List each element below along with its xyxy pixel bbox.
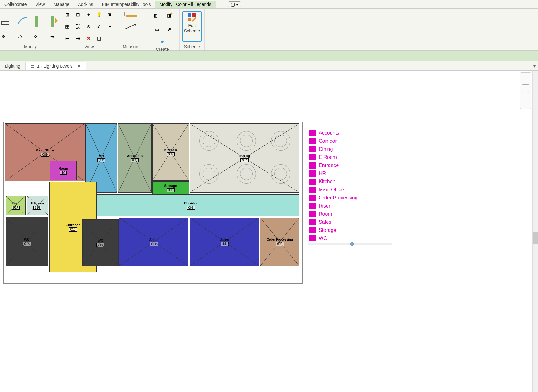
legend-item[interactable]: Accounts <box>308 129 392 137</box>
room-label: Room <box>58 166 68 170</box>
dining-table-icon <box>271 164 290 184</box>
room-dining[interactable]: Dining 007 <box>190 123 299 193</box>
tab-addins[interactable]: Add-Ins <box>74 1 97 8</box>
rotate-icon[interactable]: ⟳ <box>31 32 41 41</box>
move-icon[interactable]: ✥ <box>0 32 8 41</box>
dining-table-icon <box>237 131 256 151</box>
copy-icon[interactable]: ⿴ <box>73 22 83 31</box>
room-wc2[interactable]: WC 012 <box>82 219 119 266</box>
legend-item[interactable]: Entrance <box>308 161 392 170</box>
room-kitchen[interactable]: Kitchen 005 <box>152 123 189 181</box>
legend-item[interactable]: Sales <box>308 218 392 226</box>
scrollbar-thumb[interactable] <box>533 232 538 244</box>
legend-label: Entrance <box>319 163 339 168</box>
svg-rect-12 <box>188 18 191 21</box>
room-riser[interactable]: Riser 017 <box>6 196 26 215</box>
room-accounts[interactable]: Accounts 003 <box>118 123 152 193</box>
context-chip[interactable]: ▢ ▾ <box>228 1 241 7</box>
legend-item[interactable]: WC <box>308 234 392 242</box>
legend-item[interactable]: Dining <box>308 145 392 153</box>
box-icon[interactable]: ▣ <box>105 10 114 19</box>
legend-item[interactable]: Room <box>308 210 392 218</box>
room-eroom[interactable]: E Room 016 <box>27 196 48 215</box>
tab-view[interactable]: View <box>31 1 49 8</box>
room-label: Order Processing <box>267 238 293 241</box>
legend-item[interactable]: Storage <box>308 226 392 234</box>
offset-icon[interactable]: ⊟ <box>73 10 83 19</box>
panel-scheme: Edit Scheme Scheme <box>180 9 205 50</box>
legend-item[interactable]: Kitchen <box>308 178 392 186</box>
paint-icon[interactable]: 🖌 <box>95 22 104 31</box>
legend-scroll-thumb[interactable] <box>350 242 354 246</box>
tab-bim[interactable]: BIM Interoperability Tools <box>98 1 155 8</box>
tab-modify-colorfill[interactable]: Modify | Color Fill Legends <box>155 1 215 8</box>
view-tabs-overflow-icon[interactable]: ▾ <box>533 64 538 69</box>
room-label: Entrance <box>65 223 80 227</box>
close-icon[interactable]: ✕ <box>77 64 81 69</box>
ribbon-tabs: Collaborate View Manage Add-Ins BIM Inte… <box>0 0 538 9</box>
measure-icon[interactable] <box>122 22 141 31</box>
align-left-icon[interactable]: ⇤ <box>63 34 72 43</box>
view-tab-lighting[interactable]: Lighting <box>0 62 26 70</box>
view-tab-lighting-levels[interactable]: ▤ 1 - Lighting Levels ✕ <box>26 62 86 70</box>
legend-label: Dining <box>319 146 333 152</box>
pin-icon[interactable]: ✦ <box>84 10 93 19</box>
legend-item[interactable]: Order Processing <box>308 194 392 202</box>
split-icon[interactable] <box>31 12 46 31</box>
floor-plan[interactable]: Main Office 001 HR 002 Accounts 003 Kitc… <box>3 122 303 284</box>
tab-collaborate[interactable]: Collaborate <box>0 1 31 8</box>
create-new-icon[interactable]: ◨✦ <box>163 9 176 22</box>
room-sales2[interactable]: Sales 010 <box>190 218 259 266</box>
cope-icon[interactable] <box>15 12 30 31</box>
room-orderproc[interactable]: Order Processing 009 <box>260 218 299 266</box>
modify-tool-icon[interactable] <box>0 12 14 31</box>
vertical-scrollbar[interactable] <box>532 71 538 392</box>
room-storage[interactable]: Storage 006 <box>152 181 189 194</box>
delete-icon[interactable]: ✖ <box>84 34 93 43</box>
tab-manage[interactable]: Manage <box>49 1 74 8</box>
legend-scrollbar[interactable] <box>308 243 392 245</box>
view-cube[interactable] <box>520 72 531 109</box>
rotate-copy-icon[interactable]: ⭯ <box>15 32 24 41</box>
create-similar-icon[interactable]: ◧ <box>149 9 162 22</box>
legend-swatch <box>309 227 316 233</box>
panel-label-scheme: Scheme <box>184 44 200 50</box>
align-icon[interactable]: ⊞ <box>63 10 72 19</box>
light-icon[interactable]: 💡 <box>95 10 104 19</box>
room-wc1[interactable]: WC 014 <box>6 217 48 266</box>
trim-icon[interactable] <box>47 12 62 31</box>
dimension-icon[interactable] <box>122 9 141 19</box>
room-sales1[interactable]: Sales 011 <box>119 218 188 266</box>
legend-item[interactable]: Corridor <box>308 137 392 145</box>
link-down-icon[interactable]: ◆ <box>158 37 167 46</box>
list-icon[interactable]: ≡ <box>105 22 114 31</box>
room-num: 006 <box>167 188 175 192</box>
room-num: 005 <box>167 152 175 156</box>
legend-item[interactable]: E Room <box>308 153 392 161</box>
mirror-icon[interactable]: ⇥ <box>47 32 57 41</box>
legend-swatch <box>309 195 316 201</box>
context-icon: ▢ <box>231 2 235 7</box>
color-fill-legend[interactable]: Accounts Corridor Dining E Room Entrance… <box>306 127 394 247</box>
unpin-icon[interactable]: ⊘ <box>84 22 93 31</box>
room-num: 009 <box>276 242 284 246</box>
legend-swatch <box>309 187 316 193</box>
cube-icon[interactable]: ◫ <box>95 34 104 43</box>
room-corridor[interactable]: Corridor 008 <box>82 194 299 216</box>
legend-item[interactable]: Riser <box>308 202 392 210</box>
group-icon[interactable]: ▭ <box>151 23 163 36</box>
room-room[interactable]: Room 10 <box>50 161 77 180</box>
dining-table-icon <box>199 131 219 151</box>
legend-item[interactable]: HR <box>308 170 392 178</box>
align-right-icon[interactable]: ⇥ <box>73 34 83 43</box>
legend-label: Accounts <box>319 130 339 136</box>
legend-item[interactable]: Main Office <box>308 186 392 194</box>
edit-scheme-button[interactable]: Edit Scheme <box>182 11 202 42</box>
link-diag-icon[interactable]: ⬈ <box>165 25 174 34</box>
view-tabs: Lighting ▤ 1 - Lighting Levels ✕ ▾ <box>0 61 538 71</box>
options-bar <box>0 51 538 61</box>
svg-line-8 <box>125 24 136 29</box>
legend-label: Riser <box>319 203 330 209</box>
room-num: 010 <box>221 242 229 246</box>
array-icon[interactable]: ▦ <box>63 22 72 31</box>
